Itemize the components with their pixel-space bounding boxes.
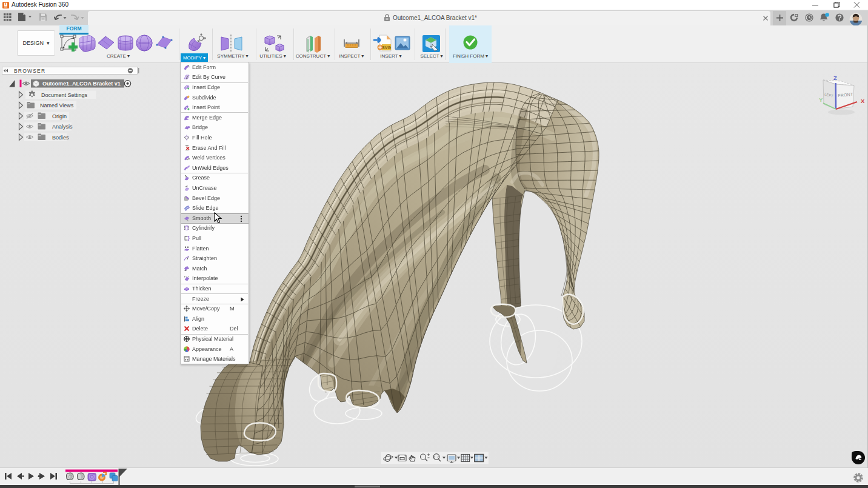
svg-text:Document Settings: Document Settings	[41, 92, 88, 98]
svg-text:Outcome1_ALCOA Bracket v1: Outcome1_ALCOA Bracket v1	[42, 81, 121, 87]
svg-text:Z: Z	[833, 75, 837, 81]
svg-text:SVG: SVG	[382, 45, 391, 50]
svg-text:Bodies: Bodies	[52, 135, 69, 141]
svg-text:Analysis: Analysis	[52, 124, 73, 130]
svg-text:Named Views: Named Views	[40, 102, 74, 109]
svg-text:Origin: Origin	[52, 113, 67, 119]
svg-text:BROWSER: BROWSER	[14, 68, 45, 74]
svg-text:X: X	[861, 98, 865, 104]
svg-text:Y: Y	[819, 96, 823, 103]
